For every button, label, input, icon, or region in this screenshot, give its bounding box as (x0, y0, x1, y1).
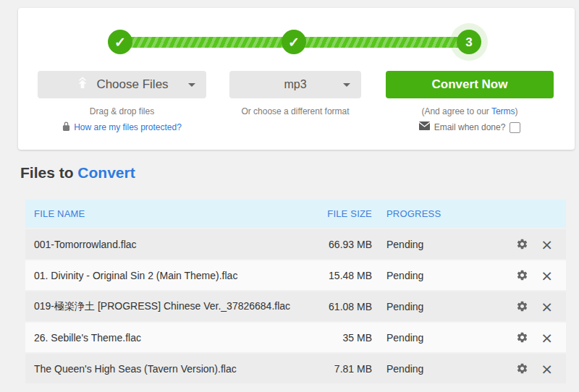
email-when-done-row: Email when done? (386, 122, 554, 133)
lock-icon (62, 122, 70, 134)
column-header-file-name: FILE NAME (34, 208, 300, 219)
file-name-cell: The Queen's High Seas (Tavern Version).f… (34, 363, 300, 375)
chevron-down-icon (343, 83, 350, 87)
step-3-badge: 3 (457, 30, 481, 54)
page-title: Files to Convert (20, 164, 135, 182)
step-3-number: 3 (465, 36, 472, 48)
drag-drop-hint: Drag & drop files (38, 106, 206, 117)
table-row: 26. Sebille's Theme.flac 35 MB Pending × (25, 323, 566, 352)
row-actions: × (502, 331, 560, 345)
file-name-cell: 26. Sebille's Theme.flac (34, 332, 300, 344)
remove-icon[interactable]: × (541, 362, 553, 376)
file-size-cell: 35 MB (300, 332, 372, 344)
progress-cell: Pending (372, 270, 502, 281)
terms-link[interactable]: Terms (491, 106, 515, 116)
settings-gear-icon[interactable] (516, 300, 528, 312)
converter-card: ✓ ✓ 3 Choose Files mp3 Convert Now Drag … (18, 8, 575, 150)
progress-cell: Pending (372, 332, 502, 344)
table-row: 01. Divinity - Original Sin 2 (Main Them… (25, 260, 566, 290)
file-name-cell: 01. Divinity - Original Sin 2 (Main Them… (34, 270, 300, 281)
files-table: FILE NAME FILE SIZE PROGRESS 001-Tomorro… (25, 200, 566, 383)
files-protected-row: How are my files protected? (38, 122, 206, 134)
settings-gear-icon[interactable] (516, 269, 528, 281)
step-2-complete-badge: ✓ (282, 30, 306, 54)
terms-hint: (And agree to our Terms) (386, 106, 554, 117)
remove-icon[interactable]: × (541, 299, 553, 314)
settings-gear-icon[interactable] (516, 362, 528, 375)
upload-icon (75, 76, 90, 94)
step-1-complete-badge: ✓ (108, 30, 132, 54)
envelope-icon (419, 122, 430, 133)
file-size-cell: 7.81 MB (300, 363, 372, 375)
email-when-done-label: Email when done? (434, 122, 506, 133)
table-row: 019-極楽浄土 [PROGRESS] Chinese Ver._3782668… (25, 291, 566, 321)
column-header-file-size: FILE SIZE (300, 208, 372, 219)
format-hint: Or choose a different format (229, 106, 361, 117)
remove-icon[interactable]: × (541, 268, 553, 283)
settings-gear-icon[interactable] (516, 331, 528, 344)
file-name-cell: 019-極楽浄土 [PROGRESS] Chinese Ver._3782668… (34, 300, 300, 313)
row-actions: × (502, 299, 560, 314)
row-actions: × (502, 268, 560, 283)
progress-cell: Pending (372, 363, 502, 375)
files-protected-link[interactable]: How are my files protected? (74, 122, 182, 133)
file-size-cell: 66.93 MB (300, 239, 372, 250)
progress-cell: Pending (372, 239, 502, 250)
row-actions: × (502, 362, 560, 376)
column-header-progress: PROGRESS (372, 208, 502, 219)
settings-gear-icon[interactable] (516, 238, 528, 250)
chevron-down-icon (188, 83, 195, 87)
email-when-done-checkbox[interactable] (510, 122, 520, 133)
check-icon: ✓ (288, 35, 300, 49)
table-row: The Queen's High Seas (Tavern Version).f… (25, 354, 566, 383)
convert-now-button[interactable]: Convert Now (386, 71, 554, 98)
table-row: 001-Tomorrowland.flac 66.93 MB Pending × (25, 229, 566, 259)
format-select[interactable]: mp3 (229, 71, 361, 98)
choose-files-button[interactable]: Choose Files (38, 71, 206, 98)
remove-icon[interactable]: × (541, 331, 553, 345)
file-size-cell: 61.08 MB (300, 301, 372, 312)
check-icon: ✓ (114, 35, 126, 49)
convert-now-label: Convert Now (432, 77, 508, 92)
table-header-row: FILE NAME FILE SIZE PROGRESS (25, 200, 566, 228)
remove-icon[interactable]: × (541, 237, 553, 252)
file-table-body: 001-Tomorrowland.flac 66.93 MB Pending ×… (25, 229, 566, 383)
format-value: mp3 (284, 78, 306, 91)
choose-files-label: Choose Files (96, 77, 168, 92)
row-actions: × (502, 237, 560, 252)
progress-cell: Pending (372, 301, 502, 312)
file-size-cell: 15.48 MB (300, 270, 372, 281)
file-name-cell: 001-Tomorrowland.flac (34, 239, 300, 250)
